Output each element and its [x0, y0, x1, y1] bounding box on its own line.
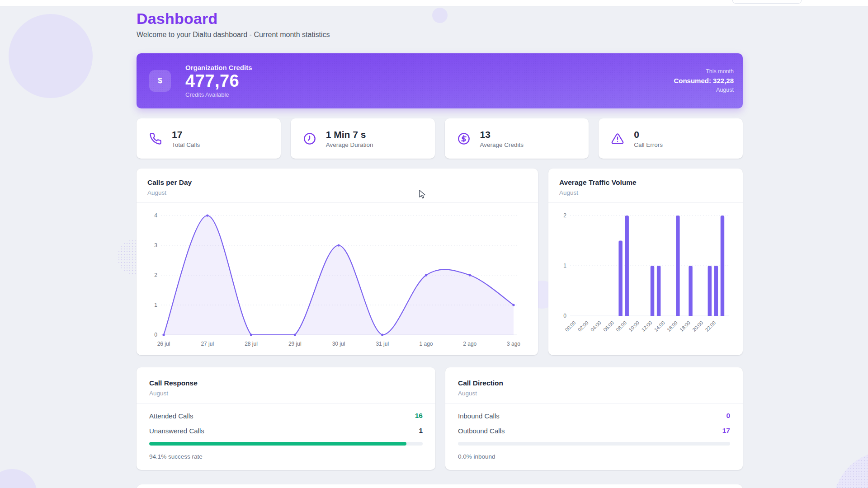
- svg-text:0: 0: [563, 313, 566, 319]
- unanswered-calls-label: Unanswered Calls: [149, 427, 204, 435]
- header-partial-control[interactable]: [732, 0, 802, 4]
- call-direction-subtitle: August: [458, 390, 730, 397]
- svg-text:1: 1: [563, 263, 566, 269]
- svg-text:12:00: 12:00: [641, 320, 653, 333]
- svg-text:00:00: 00:00: [564, 320, 577, 333]
- line-chart-svg: 0123426 jul27 jul28 jul29 jul30 jul31 ju…: [147, 205, 527, 348]
- stat-text: 0 Call Errors: [634, 129, 663, 148]
- outbound-calls-row: Outbound Calls 17: [458, 427, 730, 435]
- bottom-row: Call Response August Attended Calls 16 U…: [137, 367, 743, 470]
- credits-period-block: This month Consumed: 322,28 August: [674, 67, 734, 94]
- stat-value-total-calls: 17: [172, 129, 200, 140]
- svg-text:27 jul: 27 jul: [201, 341, 214, 347]
- svg-text:10:00: 10:00: [627, 320, 640, 333]
- stat-label-average-credits: Average Credits: [480, 141, 524, 148]
- call-response-card: Call Response August Attended Calls 16 U…: [137, 367, 435, 470]
- stat-card-average-credits: 13 Average Credits: [445, 118, 589, 159]
- credits-consumed: Consumed: 322,28: [674, 76, 734, 86]
- deco-circle-bottom-left: [0, 469, 37, 488]
- svg-text:31 jul: 31 jul: [376, 341, 389, 347]
- traffic-volume-subtitle: August: [559, 189, 732, 196]
- dollar-badge-icon: $: [149, 70, 171, 92]
- svg-text:02:00: 02:00: [577, 320, 590, 333]
- traffic-volume-card: Average Traffic Volume August 01200:0002…: [548, 169, 743, 355]
- success-rate-footnote: 94.1% success rate: [149, 453, 423, 460]
- svg-text:30 jul: 30 jul: [332, 341, 345, 347]
- page-title: Dashboard: [137, 10, 743, 28]
- phone-icon: [149, 132, 162, 145]
- stat-value-average-credits: 13: [480, 129, 524, 140]
- svg-text:22:00: 22:00: [704, 320, 717, 333]
- svg-text:3 ago: 3 ago: [507, 341, 520, 347]
- call-direction-title: Call Direction: [458, 379, 730, 387]
- attended-calls-value: 16: [415, 412, 423, 420]
- inbound-footnote: 0.0% inbound: [458, 453, 730, 460]
- svg-text:2: 2: [563, 212, 566, 219]
- stat-label-total-calls: Total Calls: [172, 141, 200, 148]
- svg-text:2 ago: 2 ago: [463, 341, 476, 347]
- dashboard-app: Dashboard Welcome to your Dialtu dashboa…: [0, 0, 868, 488]
- svg-text:26 jul: 26 jul: [157, 341, 170, 347]
- svg-text:1 ago: 1 ago: [419, 341, 433, 347]
- call-direction-card: Call Direction August Inbound Calls 0 Ou…: [445, 367, 743, 470]
- credits-month: August: [674, 86, 734, 94]
- outbound-calls-value: 17: [722, 427, 730, 435]
- outbound-calls-label: Outbound Calls: [458, 427, 505, 435]
- organization-credits-banner: $ Organization Credits 477,76 Credits Av…: [137, 53, 743, 108]
- unanswered-calls-value: 1: [419, 427, 423, 435]
- svg-text:3: 3: [154, 242, 157, 249]
- call-response-subtitle: August: [149, 390, 423, 397]
- calls-per-day-title: Calls per Day: [147, 178, 527, 187]
- credits-caption: Credits Available: [185, 91, 252, 98]
- traffic-volume-chart: 01200:0002:0004:0006:0008:0010:0012:0014…: [559, 205, 732, 350]
- calls-per-day-chart: 0123426 jul27 jul28 jul29 jul30 jul31 ju…: [147, 205, 527, 350]
- divider: [137, 202, 538, 203]
- stats-row: 17 Total Calls 1 Min 7 s Average Duratio…: [137, 118, 743, 159]
- page-subtitle: Welcome to your Dialtu dashboard - Curre…: [137, 31, 743, 39]
- divider: [548, 202, 743, 203]
- svg-text:29 jul: 29 jul: [288, 341, 302, 347]
- deco-circle-top-left: [9, 14, 93, 98]
- svg-text:18:00: 18:00: [679, 320, 691, 333]
- stat-text: 17 Total Calls: [172, 129, 200, 148]
- main-content: Dashboard Welcome to your Dialtu dashboa…: [137, 10, 743, 488]
- svg-text:0: 0: [154, 332, 157, 338]
- calls-per-day-card: Calls per Day August 0123426 jul27 jul28…: [137, 169, 538, 355]
- success-rate-progress-fill: [149, 442, 406, 446]
- stat-label-call-errors: Call Errors: [634, 141, 663, 148]
- stat-card-total-calls: 17 Total Calls: [137, 118, 281, 159]
- alert-triangle-icon: [611, 132, 624, 145]
- calls-per-day-subtitle: August: [147, 189, 527, 196]
- svg-text:20:00: 20:00: [691, 320, 704, 333]
- unanswered-calls-row: Unanswered Calls 1: [149, 427, 423, 435]
- traffic-volume-title: Average Traffic Volume: [559, 178, 732, 187]
- next-section-card-partial: [137, 484, 743, 488]
- credits-label: Organization Credits: [185, 64, 252, 71]
- top-header-bar: [0, 0, 868, 6]
- svg-text:04:00: 04:00: [590, 320, 602, 333]
- inbound-calls-row: Inbound Calls 0: [458, 412, 730, 420]
- svg-text:16:00: 16:00: [666, 320, 679, 333]
- svg-text:14:00: 14:00: [653, 320, 666, 333]
- inbound-calls-label: Inbound Calls: [458, 412, 500, 420]
- inbound-progress-track: [458, 442, 730, 446]
- credits-summary: Organization Credits 477,76 Credits Avai…: [185, 64, 252, 98]
- success-rate-progress-track: [149, 442, 423, 446]
- svg-text:08:00: 08:00: [615, 320, 627, 333]
- stat-label-average-duration: Average Duration: [326, 141, 373, 148]
- deco-circle-bottom-right: [833, 451, 868, 488]
- divider: [137, 403, 435, 404]
- charts-row: Calls per Day August 0123426 jul27 jul28…: [137, 169, 743, 355]
- svg-text:1: 1: [154, 302, 157, 308]
- stat-text: 13 Average Credits: [480, 129, 524, 148]
- attended-calls-label: Attended Calls: [149, 412, 193, 420]
- stat-value-call-errors: 0: [634, 129, 663, 140]
- stat-card-call-errors: 0 Call Errors: [599, 118, 743, 159]
- bar-chart-svg: 01200:0002:0004:0006:0008:0010:0012:0014…: [559, 205, 732, 348]
- stat-card-average-duration: 1 Min 7 s Average Duration: [291, 118, 435, 159]
- svg-text:28 jul: 28 jul: [245, 341, 258, 347]
- svg-text:2: 2: [154, 272, 157, 278]
- stat-value-average-duration: 1 Min 7 s: [326, 129, 373, 140]
- clock-icon: [303, 132, 316, 145]
- call-response-title: Call Response: [149, 379, 423, 387]
